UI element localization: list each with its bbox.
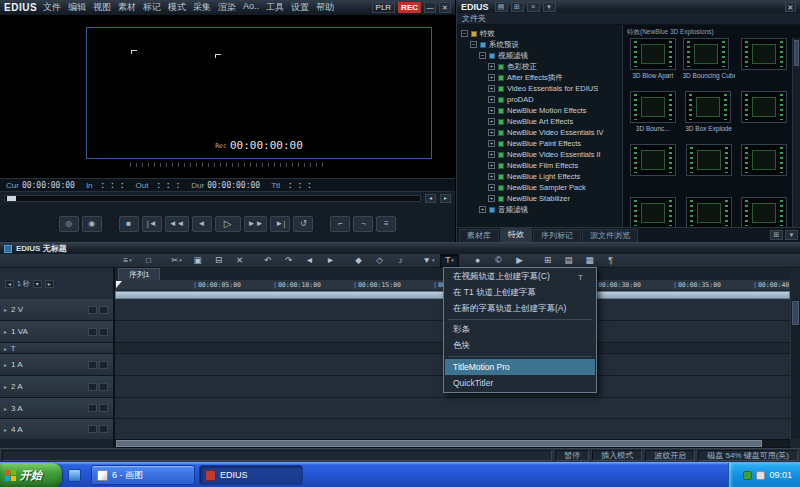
fast-forward-button[interactable]: ►► (244, 216, 268, 232)
dock-icon[interactable]: ⊞ (770, 230, 783, 240)
track-header[interactable]: ▸T (0, 343, 115, 354)
title-button[interactable]: T▾ (440, 254, 459, 267)
zoom-out-icon[interactable]: ◂ (5, 280, 14, 288)
playhead[interactable] (116, 281, 122, 288)
copy-button[interactable]: ▣ (188, 254, 207, 267)
menu-item-create-title-t1-track[interactable]: 在 T1 轨道上创建字幕 (445, 285, 595, 301)
play-render-button[interactable]: ▶ (510, 254, 529, 267)
effect-thumbnail[interactable] (630, 197, 676, 227)
track-visibility-icon[interactable] (88, 328, 97, 336)
start-button[interactable]: 开始 (0, 463, 62, 487)
track-expand-icon[interactable]: ▸ (4, 426, 7, 433)
loop-button[interactable]: ↺ (293, 216, 313, 232)
track-lock-icon[interactable] (99, 361, 108, 369)
track-expand-icon[interactable]: ▸ (4, 405, 7, 412)
tree-item[interactable]: +NewBlue Video Essentials IV (457, 127, 622, 138)
record-button[interactable]: ● (468, 254, 487, 267)
effect-thumbnail[interactable] (686, 144, 732, 197)
menu-item-color-bars[interactable]: 彩条 (445, 322, 595, 338)
prev-edit-button[interactable]: |◄ (142, 216, 162, 232)
cut-button[interactable]: ✂▾ (167, 254, 186, 267)
add-audio-fade-button[interactable]: ◇ (370, 254, 389, 267)
close-button[interactable]: ✕ (439, 2, 451, 13)
slider-right-button[interactable]: ▸ (440, 194, 451, 203)
tree-item[interactable]: +Video Essentials for EDIUS (457, 83, 622, 94)
expand-icon[interactable]: + (488, 140, 495, 147)
track-expand-icon[interactable]: ▸ (4, 306, 7, 313)
new-folder-icon[interactable]: ▤ (495, 2, 508, 12)
effect-thumbnail[interactable] (741, 144, 787, 197)
paste-button[interactable]: ⊟ (209, 254, 228, 267)
effect-thumbnail[interactable]: 3D Bouncing Cubes (683, 38, 735, 91)
bins-button[interactable]: ▦ (580, 254, 599, 267)
tray-volume-icon[interactable] (756, 471, 765, 480)
track-lane[interactable] (115, 398, 790, 419)
track-header[interactable]: ▸2 A (0, 376, 115, 398)
zoom-in-icon[interactable]: ▸ (45, 280, 54, 288)
trim-end-button[interactable]: ► (321, 254, 340, 267)
collapse-icon[interactable]: − (470, 41, 477, 48)
play-button[interactable]: ▷ (215, 216, 241, 232)
quick-launch-icon[interactable] (68, 469, 81, 482)
tab-menu-icon[interactable]: ▾ (785, 230, 798, 240)
menu-item-titlemotion-pro[interactable]: TitleMotion Pro (445, 359, 595, 375)
tab-sequence-marker[interactable]: 序列标记 (533, 229, 581, 242)
expand-icon[interactable]: + (488, 118, 495, 125)
menu-edit[interactable]: 编辑 (68, 1, 86, 14)
tree-item[interactable]: +音频滤镜 (457, 204, 622, 215)
trim-start-button[interactable]: ◄ (300, 254, 319, 267)
thumbnail-scrollbar[interactable] (792, 38, 800, 227)
thumbnail-scrollbar-thumb[interactable] (794, 40, 799, 66)
effect-thumbnail[interactable] (686, 197, 732, 227)
tree-item[interactable]: +NewBlue Motion Effects (457, 105, 622, 116)
effects-close-button[interactable]: ✕ (785, 2, 796, 12)
tab-asset-bin[interactable]: 素材库 (459, 229, 499, 242)
timeline-horizontal-scrollbar[interactable] (115, 439, 790, 448)
taskbar-item-paint[interactable]: 6 - 画图 (91, 465, 195, 485)
track-expand-icon[interactable]: ▸ (4, 328, 7, 335)
effect-thumbnail[interactable]: 3D Box Explode (685, 91, 732, 144)
set-out-button[interactable]: ¬ (353, 216, 373, 232)
effect-thumbnail[interactable] (741, 38, 787, 91)
step-back-button[interactable]: ◄ (192, 216, 212, 232)
vscroll-thumb[interactable] (792, 301, 799, 325)
audio-mixer-button[interactable]: ♪ (391, 254, 410, 267)
menu-marker[interactable]: 标记 (143, 1, 161, 14)
menu-item-create-title-video-track[interactable]: 在视频轨道上创建字幕(C)T (445, 269, 595, 285)
expand-icon[interactable]: + (488, 74, 495, 81)
track-expand-icon[interactable]: ▸ (4, 383, 7, 390)
menu-mode[interactable]: 模式 (168, 1, 186, 14)
track-speaker-icon[interactable] (88, 425, 97, 433)
timescale-control[interactable]: ◂ 1 秒 ▾ ▸ (0, 268, 115, 299)
timescale-dropdown-icon[interactable]: ▾ (33, 280, 42, 288)
track-expand-icon[interactable]: ▸ (4, 345, 7, 352)
taskbar-item-edius[interactable]: EDIUS (199, 465, 303, 485)
track-lock-icon[interactable] (99, 328, 108, 336)
track-header[interactable]: ▸2 V (0, 299, 115, 321)
expand-icon[interactable]: + (488, 162, 495, 169)
menu-help[interactable]: 帮助 (316, 1, 334, 14)
slider-handle[interactable] (7, 196, 16, 201)
tab-effects[interactable]: 特效 (500, 228, 532, 242)
jog-icon[interactable]: ◎ (59, 216, 79, 232)
tree-item[interactable]: +NewBlue Stabilizer (457, 193, 622, 204)
delete-button[interactable]: ✕ (230, 254, 249, 267)
track-header[interactable]: ▸1 A (0, 354, 115, 376)
menu-tools[interactable]: 工具 (266, 1, 284, 14)
expand-icon[interactable]: + (479, 206, 486, 213)
tab-source-browser[interactable]: 源文件浏览 (582, 229, 638, 242)
timeline-vertical-scrollbar[interactable] (790, 299, 800, 439)
grid-button[interactable]: ⊞ (538, 254, 557, 267)
menu-capture[interactable]: 采集 (193, 1, 211, 14)
tree-item[interactable]: −特效 (457, 28, 622, 39)
menu-settings[interactable]: 设置 (291, 1, 309, 14)
chapter-button[interactable]: © (489, 254, 508, 267)
menu-plugins[interactable]: Ao.. (243, 1, 259, 14)
tree-item[interactable]: +After Effects插件 (457, 72, 622, 83)
track-header[interactable]: ▸3 A (0, 398, 115, 419)
expand-icon[interactable]: + (488, 107, 495, 114)
timeline-menu-button[interactable]: ≡▾ (118, 254, 137, 267)
collapse-icon[interactable]: − (461, 30, 468, 37)
effect-thumbnail[interactable]: 3D Bounc... (630, 91, 676, 144)
expand-icon[interactable]: + (488, 85, 495, 92)
